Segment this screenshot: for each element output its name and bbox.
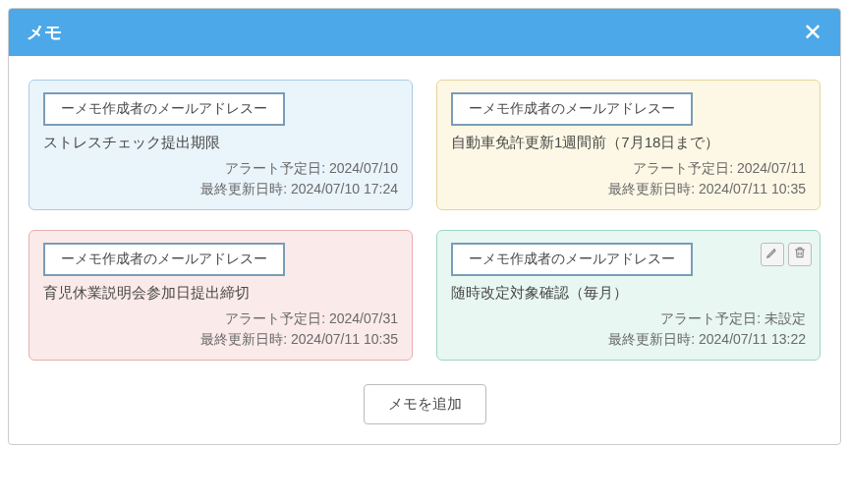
alert-date-line: アラート予定日: 2024/07/11 <box>451 158 806 179</box>
updated-line: 最終更新日時: 2024/07/11 13:22 <box>451 329 806 350</box>
memo-title: ストレスチェック提出期限 <box>43 134 398 152</box>
memo-card[interactable]: ーメモ作成者のメールアドレスー ストレスチェック提出期限 アラート予定日: 20… <box>28 80 413 210</box>
memo-card[interactable]: ーメモ作成者のメールアドレスー 自動車免許更新1週間前（7月18日まで） アラー… <box>436 80 821 210</box>
memo-title: 自動車免許更新1週間前（7月18日まで） <box>451 134 806 152</box>
memo-meta: アラート予定日: 2024/07/10 最終更新日時: 2024/07/10 1… <box>43 158 398 199</box>
edit-button[interactable] <box>761 243 784 266</box>
alert-date-line: アラート予定日: 2024/07/10 <box>43 158 398 179</box>
memo-author: ーメモ作成者のメールアドレスー <box>43 92 285 126</box>
dialog-title: メモ <box>27 21 62 44</box>
updated-line: 最終更新日時: 2024/07/11 10:35 <box>43 329 398 350</box>
dialog-header: メモ ✕ <box>9 9 840 56</box>
dialog-content: ーメモ作成者のメールアドレスー ストレスチェック提出期限 アラート予定日: 20… <box>9 56 840 444</box>
memo-dialog: メモ ✕ ーメモ作成者のメールアドレスー ストレスチェック提出期限 アラート予定… <box>8 8 841 445</box>
alert-date-line: アラート予定日: 2024/07/31 <box>43 308 398 329</box>
memo-author: ーメモ作成者のメールアドレスー <box>43 243 285 276</box>
trash-icon <box>793 246 807 263</box>
memo-cards: ーメモ作成者のメールアドレスー ストレスチェック提出期限 アラート予定日: 20… <box>28 80 821 361</box>
memo-title: 育児休業説明会参加日提出締切 <box>43 284 398 303</box>
memo-card[interactable]: ーメモ作成者のメールアドレスー 育児休業説明会参加日提出締切 アラート予定日: … <box>28 230 413 361</box>
memo-meta: アラート予定日: 2024/07/11 最終更新日時: 2024/07/11 1… <box>451 158 806 199</box>
memo-author: ーメモ作成者のメールアドレスー <box>451 243 693 276</box>
close-icon[interactable]: ✕ <box>803 21 822 44</box>
updated-line: 最終更新日時: 2024/07/11 10:35 <box>451 179 806 199</box>
memo-title: 随時改定対象確認（毎月） <box>451 284 806 303</box>
delete-button[interactable] <box>788 243 812 266</box>
memo-meta: アラート予定日: 2024/07/31 最終更新日時: 2024/07/11 1… <box>43 308 398 350</box>
pencil-icon <box>765 246 779 263</box>
add-row: メモを追加 <box>28 384 821 424</box>
memo-card[interactable]: ーメモ作成者のメールアドレスー 随時改定対象確認（毎月） アラート予定日: 未設… <box>436 230 821 361</box>
alert-date-line: アラート予定日: 未設定 <box>451 308 806 329</box>
memo-meta: アラート予定日: 未設定 最終更新日時: 2024/07/11 13:22 <box>451 308 806 350</box>
memo-author: ーメモ作成者のメールアドレスー <box>451 92 693 126</box>
memo-actions <box>761 243 812 266</box>
add-memo-button[interactable]: メモを追加 <box>364 384 486 424</box>
updated-line: 最終更新日時: 2024/07/10 17:24 <box>43 179 398 199</box>
